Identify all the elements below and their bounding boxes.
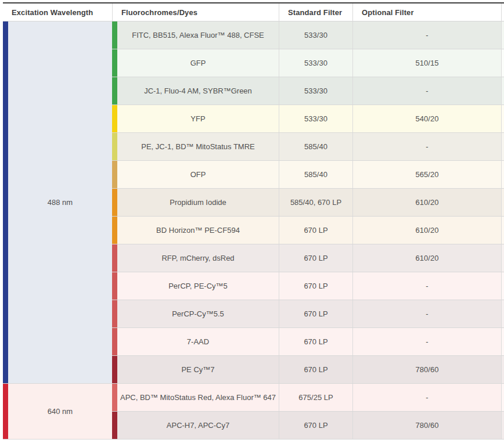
standard-filter-cell: 670 LP [279,328,352,355]
dye-color-bar [112,300,117,327]
row-cutoff-cell [501,161,504,188]
optional-filter-cell: - [352,77,501,105]
table-row: RFP, mCherry, dsRed 670 LP 610/20 [112,244,504,272]
standard-filter-cell: 585/40, 670 LP [279,189,352,216]
dye-color-bar [112,384,117,411]
dye-cell: PE Cy™7 [117,356,279,383]
standard-filter-cell: 670 LP [279,244,352,272]
standard-filter-cell: 670 LP [279,356,352,383]
dye-color-bar [112,105,117,132]
row-cutoff-cell [501,77,504,105]
dye-color-bar [112,217,117,244]
wavelength-section: 640 nm [3,384,112,440]
header-optional-filter: Optional Filter [352,3,501,21]
table-row: PE Cy™7 670 LP 780/60 [112,356,504,384]
standard-filter-cell: 670 LP [279,412,352,439]
fluorochrome-filter-table-page: Excitation Wavelength Fluorochromes/Dyes… [0,0,504,443]
dye-cell: 7-AAD [117,328,279,355]
table-row: APC, BD™ MitoStatus Red, Alexa Fluor™ 64… [112,384,504,412]
header-fluorochromes-dyes: Fluorochromes/Dyes [112,3,279,21]
optional-filter-cell: 610/20 [352,189,501,216]
dye-cell: GFP [117,49,279,77]
optional-filter-cell: 780/60 [352,412,501,439]
table-row: OFP 585/40 565/20 [112,161,504,189]
dye-cell: APC, BD™ MitoStatus Red, Alexa Fluor™ 64… [117,384,279,411]
optional-filter-cell: - [352,300,501,327]
optional-filter-cell: - [352,328,501,355]
dye-cell: PerCP, PE-Cy™5 [117,272,279,300]
dye-cell: YFP [117,105,279,132]
dye-cell: OFP [117,161,279,188]
wavelength-color-bar [3,384,8,439]
optional-filter-cell: - [352,21,501,49]
dye-cell: Propidium Iodide [117,189,279,216]
dye-color-bar [112,189,117,216]
dye-color-bar [112,272,117,300]
row-cutoff-cell [501,105,504,132]
table-row: JC-1, Fluo-4 AM, SYBR™Green 533/30 - [112,77,504,105]
row-cutoff-cell [501,384,504,411]
table-row: PE, JC-1, BD™ MitoStatus TMRE 585/40 - [112,133,504,161]
dye-color-bar [112,356,117,383]
row-cutoff-cell [501,49,504,77]
table-row: FITC, BB515, Alexa Fluor™ 488, CFSE 533/… [112,21,504,49]
dye-color-bar [112,412,117,439]
row-cutoff-cell [501,189,504,216]
header-excitation-wavelength: Excitation Wavelength [3,3,112,21]
standard-filter-cell: 585/40 [279,133,352,160]
optional-filter-cell: - [352,133,501,160]
header-standard-filter: Standard Filter [279,3,352,21]
standard-filter-cell: 533/30 [279,49,352,77]
dye-color-bar [112,77,117,105]
dye-rows: FITC, BB515, Alexa Fluor™ 488, CFSE 533/… [112,21,504,440]
table-row: 7-AAD 670 LP - [112,328,504,356]
optional-filter-cell: - [352,272,501,300]
standard-filter-cell: 533/30 [279,77,352,105]
excitation-wavelength-column: 488 nm 640 nm [3,21,112,440]
dye-cell: APC-H7, APC-Cy7 [117,412,279,439]
table-row: YFP 533/30 540/20 [112,105,504,133]
dye-cell: JC-1, Fluo-4 AM, SYBR™Green [117,77,279,105]
standard-filter-cell: 585/40 [279,161,352,188]
header-cutoff-column [501,3,504,21]
dye-cell: PerCP-Cy™5.5 [117,300,279,327]
dye-cell: FITC, BB515, Alexa Fluor™ 488, CFSE [117,21,279,49]
row-cutoff-cell [501,133,504,160]
optional-filter-cell: 510/15 [352,49,501,77]
table-body: 488 nm 640 nm FITC, BB515, Alexa Fluor™ … [3,21,504,440]
row-cutoff-cell [501,272,504,300]
row-cutoff-cell [501,356,504,383]
standard-filter-cell: 670 LP [279,217,352,244]
standard-filter-cell: 533/30 [279,105,352,132]
optional-filter-cell: 780/60 [352,356,501,383]
wavelength-label: 640 nm [8,384,112,439]
optional-filter-cell: - [352,384,501,411]
row-cutoff-cell [501,21,504,49]
standard-filter-cell: 670 LP [279,300,352,327]
row-cutoff-cell [501,412,504,439]
table-row: BD Horizon™ PE-CF594 670 LP 610/20 [112,217,504,244]
dye-color-bar [112,244,117,272]
table-header-row: Excitation Wavelength Fluorochromes/Dyes… [3,2,504,21]
dye-cell: PE, JC-1, BD™ MitoStatus TMRE [117,133,279,160]
standard-filter-cell: 533/30 [279,21,352,49]
optional-filter-cell: 565/20 [352,161,501,188]
dye-color-bar [112,133,117,160]
optional-filter-cell: 610/20 [352,244,501,272]
dye-color-bar [112,328,117,355]
table-row: PerCP, PE-Cy™5 670 LP - [112,272,504,300]
row-cutoff-cell [501,300,504,327]
table-row: APC-H7, APC-Cy7 670 LP 780/60 [112,412,504,440]
wavelength-label: 488 nm [8,21,112,383]
table-row: GFP 533/30 510/15 [112,49,504,77]
row-cutoff-cell [501,244,504,272]
dye-color-bar [112,21,117,49]
table-row: PerCP-Cy™5.5 670 LP - [112,300,504,328]
dye-cell: BD Horizon™ PE-CF594 [117,217,279,244]
fluorochrome-filter-table: Excitation Wavelength Fluorochromes/Dyes… [3,2,504,440]
row-cutoff-cell [501,217,504,244]
wavelength-color-bar [3,21,8,383]
row-cutoff-cell [501,328,504,355]
optional-filter-cell: 610/20 [352,217,501,244]
table-row: Propidium Iodide 585/40, 670 LP 610/20 [112,189,504,217]
